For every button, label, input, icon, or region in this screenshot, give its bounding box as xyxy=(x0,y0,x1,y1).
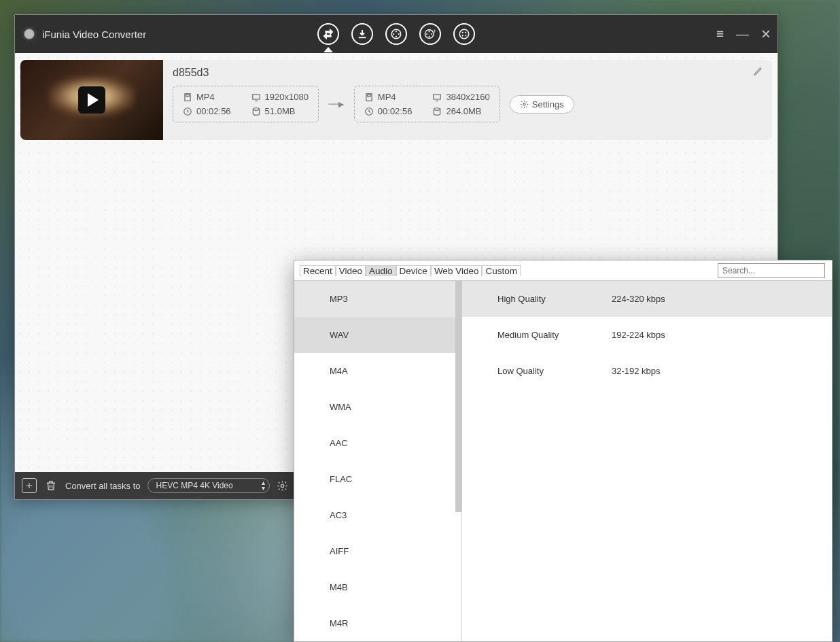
svg-point-3 xyxy=(396,36,397,37)
svg-point-27 xyxy=(281,484,283,487)
format-item-flac[interactable]: FLAC xyxy=(294,461,461,497)
quality-list: High Quality224-320 kbpsMedium Quality19… xyxy=(462,281,832,641)
disk-icon xyxy=(432,107,442,116)
format-tab-device[interactable]: Device xyxy=(396,265,431,276)
format-item-aac[interactable]: AAC xyxy=(294,425,461,461)
svg-rect-17 xyxy=(186,95,190,96)
video-thumbnail[interactable] xyxy=(20,60,163,140)
clock-icon xyxy=(364,107,374,116)
svg-point-11 xyxy=(459,29,469,39)
download-tab-icon[interactable] xyxy=(351,23,373,45)
add-button[interactable] xyxy=(22,478,37,493)
format-item-mp3[interactable]: MP3 xyxy=(294,281,461,317)
film-tab-icon[interactable] xyxy=(385,23,407,45)
svg-point-4 xyxy=(393,33,394,35)
format-tabs: RecentVideoAudioDeviceWeb VideoCustom xyxy=(294,260,832,281)
resolution-icon xyxy=(251,92,261,102)
app-title: iFunia Video Converter xyxy=(42,29,146,40)
target-info-box[interactable]: MP4 3840x2160 00:02:56 264.0MB xyxy=(354,86,500,122)
svg-point-15 xyxy=(462,35,463,36)
svg-point-20 xyxy=(253,107,259,110)
menu-icon[interactable]: ≡ xyxy=(716,27,724,41)
svg-point-9 xyxy=(426,33,427,35)
format-list: MP3WAVM4AWMAAACFLACAC3AIFFM4BM4R xyxy=(294,281,462,641)
settings-button[interactable]: Settings xyxy=(510,95,574,114)
film-alt-tab-icon[interactable] xyxy=(453,23,475,45)
format-item-ac3[interactable]: AC3 xyxy=(294,497,461,533)
output-format-select[interactable]: HEVC MP4 4K Video ▴▾ xyxy=(147,478,270,493)
convert-all-label: Convert all tasks to xyxy=(65,481,141,491)
disk-icon xyxy=(251,107,261,116)
format-item-aiff[interactable]: AIFF xyxy=(294,533,461,569)
format-icon xyxy=(183,92,192,102)
resolution-icon xyxy=(432,92,442,102)
quality-item-medium-quality[interactable]: Medium Quality192-224 kbps xyxy=(462,317,832,353)
format-tab-web-video[interactable]: Web Video xyxy=(431,265,483,276)
svg-point-8 xyxy=(429,35,430,37)
svg-point-26 xyxy=(523,103,525,105)
search-input[interactable] xyxy=(722,266,824,275)
format-icon xyxy=(364,92,374,102)
clock-icon xyxy=(183,107,192,116)
arrow-icon: ┄┄► xyxy=(328,99,345,109)
chevron-updown-icon: ▴▾ xyxy=(262,480,265,491)
format-item-wma[interactable]: WMA xyxy=(294,389,461,425)
svg-rect-22 xyxy=(367,95,370,96)
convert-tab-icon[interactable] xyxy=(317,23,339,45)
format-item-wav[interactable]: WAV xyxy=(294,317,461,353)
video-item-card: d855d3 MP4 1920x1080 00:02:56 51.0MB ┄┄►… xyxy=(20,60,772,140)
format-tab-video[interactable]: Video xyxy=(336,265,366,276)
svg-point-25 xyxy=(434,107,440,110)
source-info-box: MP4 1920x1080 00:02:56 51.0MB xyxy=(173,86,319,122)
gear-icon[interactable] xyxy=(277,480,288,492)
format-tab-recent[interactable]: Recent xyxy=(300,265,336,276)
svg-point-12 xyxy=(462,32,463,33)
svg-point-6 xyxy=(429,31,430,33)
video-title: d855d3 xyxy=(173,67,763,79)
format-tab-audio[interactable]: Audio xyxy=(366,265,396,276)
toolbar: + xyxy=(317,23,475,45)
svg-rect-18 xyxy=(252,94,260,99)
svg-point-14 xyxy=(465,35,466,36)
format-item-m4r[interactable]: M4R xyxy=(294,605,461,641)
gear-icon xyxy=(520,100,529,109)
titlebar: iFunia Video Converter + ≡ — × xyxy=(15,15,777,53)
search-input-wrap[interactable] xyxy=(718,263,825,278)
edit-title-icon[interactable] xyxy=(753,65,764,76)
svg-point-13 xyxy=(465,32,466,33)
format-item-m4a[interactable]: M4A xyxy=(294,353,461,389)
svg-point-1 xyxy=(396,31,397,32)
svg-point-2 xyxy=(398,33,400,35)
film-add-tab-icon[interactable]: + xyxy=(419,23,441,45)
format-popup: RecentVideoAudioDeviceWeb VideoCustom MP… xyxy=(294,260,833,642)
format-tab-custom[interactable]: Custom xyxy=(482,265,521,276)
scrollbar[interactable] xyxy=(455,281,461,512)
app-icon xyxy=(22,27,37,41)
format-item-m4b[interactable]: M4B xyxy=(294,569,461,605)
quality-item-low-quality[interactable]: Low Quality32-192 kbps xyxy=(462,353,832,389)
svg-point-7 xyxy=(431,33,432,35)
close-icon[interactable]: × xyxy=(761,24,771,44)
svg-rect-23 xyxy=(434,94,441,99)
delete-button[interactable] xyxy=(43,478,58,493)
quality-item-high-quality[interactable]: High Quality224-320 kbps xyxy=(462,281,832,317)
minimize-icon[interactable]: — xyxy=(736,27,749,41)
window-controls: ≡ — × xyxy=(716,24,771,44)
play-icon[interactable] xyxy=(78,86,105,114)
svg-text:+: + xyxy=(433,28,436,35)
